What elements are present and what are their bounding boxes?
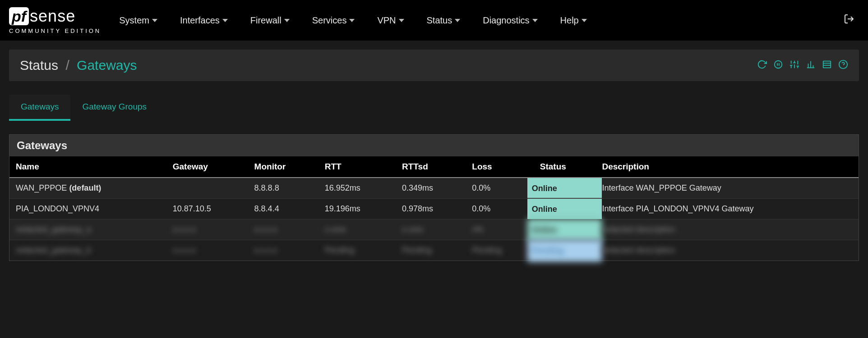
col-rttsd: RTTsd xyxy=(396,156,466,178)
table-row[interactable]: PIA_LONDON_VPNV410.87.10.58.8.4.419.196m… xyxy=(9,199,859,219)
breadcrumb-page[interactable]: Gateways xyxy=(77,58,137,73)
cell-rtt: Pending xyxy=(319,240,396,261)
table-header-row: Name Gateway Monitor RTT RTTsd Loss Stat… xyxy=(9,156,859,178)
breadcrumb: Status / Gateways xyxy=(20,58,137,73)
table-row[interactable]: WAN_PPPOE (default)8.8.8.816.952ms0.349m… xyxy=(9,178,859,199)
sliders-icon[interactable] xyxy=(790,59,799,72)
tabs: Gateways Gateway Groups xyxy=(9,95,859,121)
cell-loss: Pending xyxy=(466,240,533,261)
status-badge: Pending xyxy=(527,239,602,262)
col-description: Description xyxy=(596,156,859,178)
nav-services[interactable]: Services xyxy=(312,15,355,26)
nav-status[interactable]: Status xyxy=(427,15,461,26)
cell-description: redacted description xyxy=(596,219,859,240)
cell-description: Interface PIA_LONDON_VPNV4 Gateway xyxy=(596,199,859,219)
tab-label: Gateway Groups xyxy=(82,102,147,111)
list-icon[interactable] xyxy=(822,59,832,72)
caret-down-icon xyxy=(349,19,355,22)
caret-down-icon xyxy=(152,19,157,22)
nav-help[interactable]: Help xyxy=(560,15,587,26)
status-badge: Online xyxy=(527,177,602,200)
cell-name: redacted_gateway_a xyxy=(9,219,166,240)
logo-sense: sense xyxy=(30,7,75,26)
nav-label: System xyxy=(119,15,149,26)
logout-icon[interactable] xyxy=(844,14,854,27)
cell-monitor: 8.8.8.8 xyxy=(248,178,319,199)
cell-name: PIA_LONDON_VPNV4 xyxy=(9,199,166,219)
logo[interactable]: pf sense COMMUNITY EDITION xyxy=(9,7,101,34)
cell-status: Online xyxy=(534,219,596,240)
refresh-icon[interactable] xyxy=(757,59,767,72)
cell-gateway: 10.87.10.5 xyxy=(166,199,248,219)
cell-gateway: x.x.x.x xyxy=(166,240,248,261)
cell-rttsd: 0.978ms xyxy=(396,199,466,219)
nav-diagnostics[interactable]: Diagnostics xyxy=(483,15,537,26)
panel-title: Gateways xyxy=(9,135,859,156)
page-header: Status / Gateways xyxy=(9,50,859,81)
cell-rtt: 19.196ms xyxy=(319,199,396,219)
col-gateway: Gateway xyxy=(166,156,248,178)
cell-description: Interface WAN_PPPOE Gateway xyxy=(596,178,859,199)
nav-label: Diagnostics xyxy=(483,15,529,26)
col-monitor: Monitor xyxy=(248,156,319,178)
cell-monitor: 8.8.4.4 xyxy=(248,199,319,219)
logo-subtitle: COMMUNITY EDITION xyxy=(9,27,101,34)
cell-rttsd: Pending xyxy=(396,240,466,261)
top-navbar: pf sense COMMUNITY EDITION System Interf… xyxy=(0,0,868,41)
cell-rttsd: x.xms xyxy=(396,219,466,240)
cell-description: redacted description xyxy=(596,240,859,261)
breadcrumb-section[interactable]: Status xyxy=(20,58,58,73)
nav-system[interactable]: System xyxy=(119,15,157,26)
nav-label: Firewall xyxy=(250,15,282,26)
cell-loss: x% xyxy=(466,219,533,240)
cell-name: WAN_PPPOE (default) xyxy=(9,178,166,199)
logo-pf: pf xyxy=(9,7,29,25)
cell-rttsd: 0.349ms xyxy=(396,178,466,199)
cell-name: redacted_gateway_b xyxy=(9,240,166,261)
nav-label: Interfaces xyxy=(180,15,220,26)
cell-rtt: x.xms xyxy=(319,219,396,240)
tab-gateways[interactable]: Gateways xyxy=(9,95,70,121)
cell-rtt: 16.952ms xyxy=(319,178,396,199)
svg-rect-17 xyxy=(823,61,831,68)
nav-label: Services xyxy=(312,15,347,26)
caret-down-icon xyxy=(532,19,538,22)
gateways-table: Name Gateway Monitor RTT RTTsd Loss Stat… xyxy=(9,156,859,260)
table-row[interactable]: redacted_gateway_ax.x.x.xx.x.x.xx.xmsx.x… xyxy=(9,219,859,240)
cell-loss: 0.0% xyxy=(466,178,533,199)
cell-status: Online xyxy=(534,199,596,219)
nav-label: VPN xyxy=(377,15,396,26)
cell-status: Pending xyxy=(534,240,596,261)
caret-down-icon xyxy=(455,19,460,22)
table-row[interactable]: redacted_gateway_bx.x.x.xx.x.x.xPendingP… xyxy=(9,240,859,261)
nav-label: Help xyxy=(560,15,579,26)
cell-monitor: x.x.x.x xyxy=(248,240,319,261)
nav-vpn[interactable]: VPN xyxy=(377,15,404,26)
nav-label: Status xyxy=(427,15,452,26)
nav-items: System Interfaces Firewall Services VPN … xyxy=(119,15,844,26)
col-status: Status xyxy=(534,156,596,178)
pause-icon[interactable] xyxy=(773,59,783,72)
caret-down-icon xyxy=(399,19,404,22)
cell-gateway: x.x.x.x xyxy=(166,219,248,240)
caret-down-icon xyxy=(222,19,228,22)
cell-loss: 0.0% xyxy=(466,199,533,219)
chart-icon[interactable] xyxy=(806,59,816,72)
caret-down-icon xyxy=(284,19,290,22)
status-badge: Online xyxy=(527,219,602,241)
svg-point-1 xyxy=(775,60,782,68)
tab-gateway-groups[interactable]: Gateway Groups xyxy=(70,95,158,121)
page-content: Status / Gateways Gateways Gateway Group… xyxy=(0,41,868,270)
col-name: Name xyxy=(9,156,166,178)
breadcrumb-separator: / xyxy=(65,58,69,73)
cell-monitor: x.x.x.x xyxy=(248,219,319,240)
nav-interfaces[interactable]: Interfaces xyxy=(180,15,228,26)
caret-down-icon xyxy=(582,19,587,22)
nav-firewall[interactable]: Firewall xyxy=(250,15,290,26)
header-actions xyxy=(757,59,848,72)
help-icon[interactable] xyxy=(838,59,848,72)
col-loss: Loss xyxy=(466,156,533,178)
cell-gateway xyxy=(166,178,248,199)
cell-status: Online xyxy=(534,178,596,199)
gateways-panel: Gateways Name Gateway Monitor RTT RTTsd … xyxy=(9,134,859,261)
